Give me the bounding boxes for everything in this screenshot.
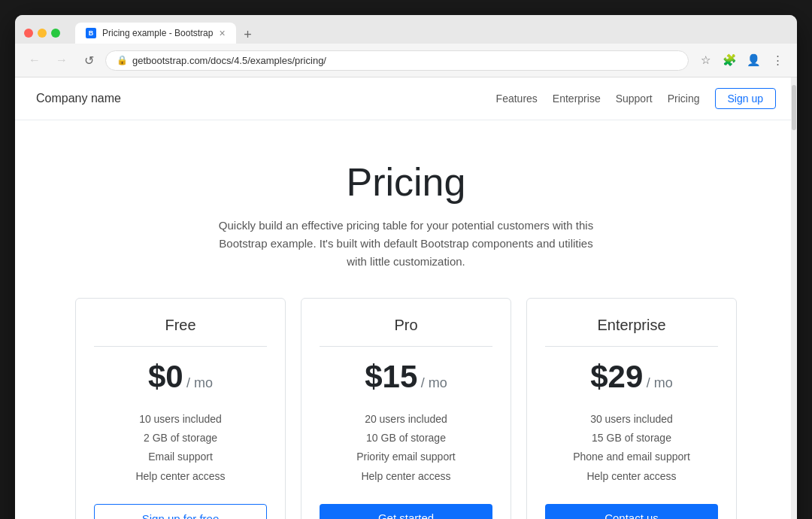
minimize-traffic-light[interactable] xyxy=(38,29,47,38)
address-bar[interactable]: 🔒 getbootstrap.com/docs/4.5/examples/pri… xyxy=(105,50,689,71)
price-row-pro: $15 / mo xyxy=(320,359,492,395)
price-unit-free: / mo xyxy=(186,375,213,390)
title-bar: B Pricing example - Bootstrap × + xyxy=(15,15,797,44)
nav-link-features[interactable]: Features xyxy=(496,93,538,105)
active-tab[interactable]: B Pricing example - Bootstrap × xyxy=(75,23,236,44)
new-tab-button[interactable]: + xyxy=(239,26,257,44)
price-amount-free: $0 xyxy=(148,359,183,394)
toolbar: ← → ↺ 🔒 getbootstrap.com/docs/4.5/exampl… xyxy=(15,44,797,77)
price-row-enterprise: $29 / mo xyxy=(545,359,718,395)
feature-item: Email support xyxy=(94,448,267,466)
nav-links: Features Enterprise Support Pricing Sign… xyxy=(496,88,776,109)
hero-section: Pricing Quickly build an effective prici… xyxy=(15,120,797,298)
traffic-lights xyxy=(24,29,60,38)
bookmark-button[interactable]: ☆ xyxy=(695,50,716,71)
features-list-enterprise: 30 users included 15 GB of storage Phone… xyxy=(545,410,718,486)
page-wrapper: Company name Features Enterprise Support… xyxy=(15,77,797,519)
scrollbar[interactable] xyxy=(791,77,797,519)
feature-item: 30 users included xyxy=(545,410,718,429)
feature-item: Phone and email support xyxy=(545,448,718,466)
feature-item: 15 GB of storage xyxy=(545,429,718,448)
nav-link-enterprise[interactable]: Enterprise xyxy=(553,93,601,105)
price-amount-enterprise: $29 xyxy=(590,359,643,394)
feature-item: Help center access xyxy=(320,467,492,486)
feature-item: 10 users included xyxy=(94,410,267,429)
pricing-cards: Free $0 / mo 10 users included 2 GB of s… xyxy=(15,298,797,519)
feature-item: 10 GB of storage xyxy=(320,429,492,448)
profile-button[interactable]: 👤 xyxy=(743,50,764,71)
hero-description: Quickly build an effective pricing table… xyxy=(218,217,594,271)
plan-name-enterprise: Enterprise xyxy=(545,317,718,347)
back-button[interactable]: ← xyxy=(24,50,45,71)
tabs-row: B Pricing example - Bootstrap × + xyxy=(75,23,788,44)
address-text: getbootstrap.com/docs/4.5/examples/prici… xyxy=(132,55,677,66)
features-list-pro: 20 users included 10 GB of storage Prior… xyxy=(320,410,492,486)
feature-item: 2 GB of storage xyxy=(94,429,267,448)
page-content: Company name Features Enterprise Support… xyxy=(15,77,797,519)
toolbar-actions: ☆ 🧩 👤 ⋮ xyxy=(695,50,788,71)
close-traffic-light[interactable] xyxy=(24,29,33,38)
feature-item: Help center access xyxy=(94,467,267,486)
tab-close-button[interactable]: × xyxy=(219,27,225,39)
hero-title: Pricing xyxy=(30,159,782,205)
site-nav: Company name Features Enterprise Support… xyxy=(15,77,797,120)
menu-button[interactable]: ⋮ xyxy=(767,50,788,71)
brand-name: Company name xyxy=(36,92,121,105)
price-unit-pro: / mo xyxy=(421,375,447,390)
reload-button[interactable]: ↺ xyxy=(78,50,99,71)
pricing-card-pro: Pro $15 / mo 20 users included 10 GB of … xyxy=(301,298,511,519)
forward-button[interactable]: → xyxy=(51,50,72,71)
nav-signup-button[interactable]: Sign up xyxy=(715,88,776,109)
cta-button-enterprise[interactable]: Contact us xyxy=(545,504,718,519)
nav-link-pricing[interactable]: Pricing xyxy=(668,93,700,105)
cta-button-pro[interactable]: Get started xyxy=(320,504,492,519)
feature-item: 20 users included xyxy=(320,410,492,429)
price-row-free: $0 / mo xyxy=(94,359,267,395)
cta-button-free[interactable]: Sign up for free xyxy=(94,504,267,519)
tab-favicon: B xyxy=(86,28,96,38)
feature-item: Priority email support xyxy=(320,448,492,466)
maximize-traffic-light[interactable] xyxy=(51,29,60,38)
browser-window: B Pricing example - Bootstrap × + ← → ↺ … xyxy=(15,15,797,519)
feature-item: Help center access xyxy=(545,467,718,486)
scrollbar-thumb[interactable] xyxy=(792,85,796,130)
plan-name-free: Free xyxy=(94,317,267,347)
price-unit-enterprise: / mo xyxy=(647,375,673,390)
pricing-card-free: Free $0 / mo 10 users included 2 GB of s… xyxy=(75,298,286,519)
lock-icon: 🔒 xyxy=(117,55,128,65)
extension-button[interactable]: 🧩 xyxy=(719,50,740,71)
nav-link-support[interactable]: Support xyxy=(616,93,653,105)
price-amount-pro: $15 xyxy=(365,359,417,394)
pricing-card-enterprise: Enterprise $29 / mo 30 users included 15… xyxy=(526,298,737,519)
features-list-free: 10 users included 2 GB of storage Email … xyxy=(94,410,267,486)
plan-name-pro: Pro xyxy=(320,317,492,347)
tab-title-text: Pricing example - Bootstrap xyxy=(102,28,213,38)
